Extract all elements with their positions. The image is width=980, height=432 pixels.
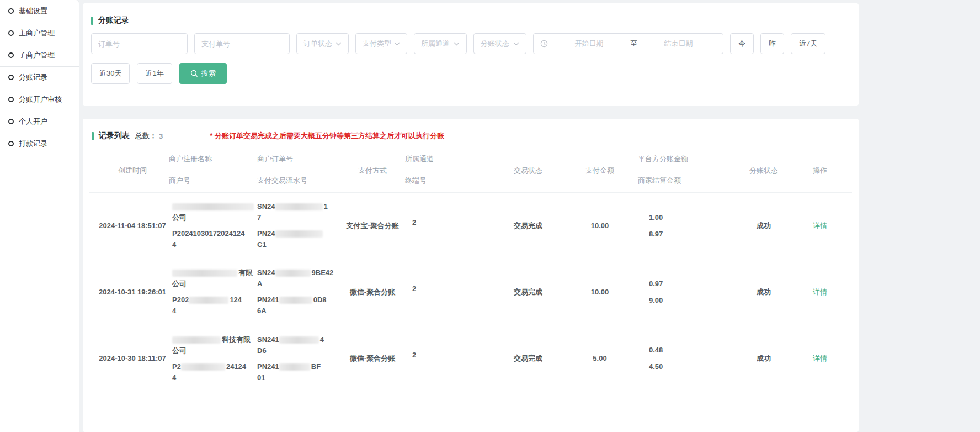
detail-link[interactable]: 详情 (813, 353, 827, 364)
channel-select[interactable]: 所属通道 (414, 33, 467, 54)
chevron-down-icon (513, 42, 519, 46)
split-status-cell: 成功 (733, 193, 795, 259)
chevron-down-icon (335, 42, 342, 46)
trade-status-cell: 交易完成 (494, 325, 562, 392)
split-status-select[interactable]: 分账状态 (473, 33, 526, 54)
chevron-down-icon (394, 42, 400, 46)
end-date-placeholder[interactable]: 结束日期 (641, 39, 716, 49)
redacted-text (172, 336, 221, 344)
title-accent-bar (91, 17, 93, 25)
sidebar-item-split-records[interactable]: 分账记录 (0, 66, 79, 88)
last-year-button[interactable]: 近1年 (137, 63, 172, 84)
action-cell: 详情 (795, 325, 845, 392)
col-channel: 所属通道 终端号 (405, 149, 494, 192)
order-status-select[interactable]: 订单状态 (296, 33, 349, 54)
split-amounts-cell: 0.48 4.50 (638, 325, 733, 392)
sidebar-item-label: 子商户管理 (19, 50, 55, 60)
col-merchant: 商户注册名称 商户号 (169, 149, 257, 192)
sidebar-item-label: 分账开户审核 (19, 94, 62, 104)
filter-row-2: 近30天 近1年 搜索 (91, 63, 850, 84)
col-pay-amount: 支付金额 (562, 149, 638, 192)
table-row: 2024-10-30 18:11:07 科技有限 公司 P224124 4 SN… (89, 325, 852, 392)
sidebar-item-basic-settings[interactable]: 基础设置 (0, 0, 79, 22)
detail-link[interactable]: 详情 (813, 287, 827, 298)
total-label: 总数： (135, 131, 157, 141)
action-cell: 详情 (795, 259, 845, 325)
col-split-amounts: 平台方分账金额 商家结算金额 (638, 149, 733, 192)
pay-amount-cell: 10.00 (562, 259, 638, 325)
sidebar-item-label: 个人开户 (19, 117, 47, 127)
order-no-input[interactable] (91, 33, 188, 54)
list-header: 记录列表 总数： 3 * 分账订单交易完成之后需要大概五分钟等第三方结算之后才可… (92, 131, 852, 141)
panel-title: 分账记录 (91, 15, 850, 25)
search-button[interactable]: 搜索 (179, 63, 227, 84)
sidebar: 基础设置 主商户管理 子商户管理 分账记录 分账开户审核 个人开户 打款记录 (0, 0, 79, 432)
today-button[interactable]: 今 (730, 33, 754, 54)
split-status-cell: 成功 (733, 325, 795, 392)
terminal-cell: 2 (405, 325, 494, 392)
pay-method-cell: 微信-聚合分账 (340, 259, 405, 325)
last-7-days-button[interactable]: 近7天 (791, 33, 825, 54)
merchant-cell: 科技有限 公司 P224124 4 (169, 325, 257, 392)
split-amounts-cell: 0.97 9.00 (638, 259, 733, 325)
sidebar-item-sub-merchant[interactable]: 子商户管理 (0, 44, 79, 66)
clock-icon (540, 40, 548, 48)
col-trade-status: 交易状态 (494, 149, 562, 192)
redacted-text (181, 363, 225, 371)
pay-amount-cell: 10.00 (562, 193, 638, 259)
sidebar-item-main-merchant[interactable]: 主商户管理 (0, 22, 79, 44)
radio-icon (8, 30, 14, 36)
sidebar-item-personal-account[interactable]: 个人开户 (0, 110, 79, 133)
create-time-cell: 2024-10-31 19:26:01 (96, 259, 169, 325)
detail-link[interactable]: 详情 (813, 220, 827, 231)
merchant-cell: 公司 P20241030172024124 4 (169, 193, 257, 259)
page-title: 分账记录 (98, 15, 129, 25)
pay-amount-cell: 5.00 (562, 325, 638, 392)
col-action: 操作 (795, 149, 845, 192)
redacted-text (172, 270, 237, 277)
last-30-days-button[interactable]: 近30天 (91, 63, 130, 84)
create-time-cell: 2024-11-04 18:51:07 (96, 193, 169, 259)
redacted-text (279, 297, 312, 304)
col-split-status: 分账状态 (733, 149, 795, 192)
pay-no-input[interactable] (194, 33, 290, 54)
filter-row: 订单状态 支付类型 所属通道 分账状态 开始日期 至 结束日期 今 昨 近7天 (91, 33, 850, 54)
terminal-cell: 2 (405, 259, 494, 325)
start-date-placeholder[interactable]: 开始日期 (551, 39, 627, 49)
redacted-text (275, 270, 311, 277)
radio-icon (8, 97, 14, 102)
search-icon (190, 70, 198, 77)
radio-icon (8, 52, 14, 58)
sidebar-item-label: 基础设置 (19, 6, 47, 16)
sidebar-item-split-account-review[interactable]: 分账开户审核 (0, 88, 79, 110)
merchant-cell: 有限 公司 P202124 4 (169, 259, 257, 325)
split-status-cell: 成功 (733, 259, 795, 325)
col-create-time: 创建时间 (96, 149, 169, 192)
trade-status-cell: 交易完成 (494, 193, 562, 259)
yesterday-button[interactable]: 昨 (760, 33, 784, 54)
title-accent-bar (92, 132, 94, 140)
date-range-picker[interactable]: 开始日期 至 结束日期 (533, 33, 723, 54)
redacted-text (275, 203, 323, 210)
sidebar-item-label: 打款记录 (19, 139, 47, 149)
create-time-cell: 2024-10-30 18:11:07 (96, 325, 169, 392)
pay-type-select[interactable]: 支付类型 (355, 33, 407, 54)
redacted-text (279, 363, 310, 371)
redacted-text (172, 203, 254, 210)
action-cell: 详情 (795, 193, 845, 259)
sidebar-item-payout-records[interactable]: 打款记录 (0, 133, 79, 155)
chevron-down-icon (454, 42, 460, 46)
order-cell: SN241 7 PN24 C1 (257, 193, 340, 259)
order-cell: SN249BE42 A PN2410D8 6A (257, 259, 340, 325)
settlement-notice: * 分账订单交易完成之后需要大概五分钟等第三方结算之后才可以执行分账 (210, 131, 444, 141)
trade-status-cell: 交易完成 (494, 259, 562, 325)
redacted-text (189, 297, 228, 304)
table-row: 2024-10-31 19:26:01 有限 公司 P202124 4 SN24… (89, 259, 852, 325)
total-count: 3 (159, 132, 163, 140)
radio-icon (8, 8, 14, 14)
filter-panel: 分账记录 订单状态 支付类型 所属通道 分账状态 开始日期 至 结束日期 (83, 3, 859, 106)
order-cell: SN2414 D6 PN241BF 01 (257, 325, 340, 392)
pay-method-cell: 支付宝-聚合分账 (340, 193, 405, 259)
table-row: 2024-11-04 18:51:07 公司 P2024103017202412… (89, 193, 852, 259)
list-title: 记录列表 (99, 131, 130, 141)
